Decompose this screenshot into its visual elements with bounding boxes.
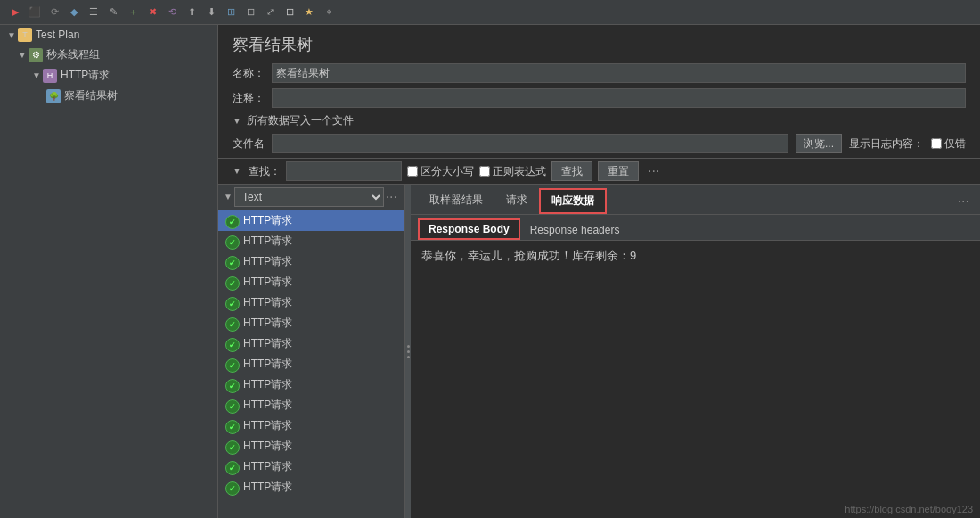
toolbar-icon-6[interactable]: ✎ <box>105 4 121 21</box>
http-item-label: HTTP请求 <box>243 459 292 474</box>
http-list-item[interactable]: HTTP请求 <box>218 231 404 251</box>
toolbar-icon-13[interactable]: ⊟ <box>242 4 258 21</box>
collapse-search-icon[interactable]: ▼ <box>233 166 243 177</box>
http-list-item[interactable]: HTTP请求 <box>218 436 404 456</box>
only-errors-checkbox-label[interactable]: 仅错 <box>931 136 966 152</box>
status-icon <box>225 256 238 268</box>
sidebar: ▼ T Test Plan ▼ ⚙ 秒杀线程组 ▼ H HTTP请求 🌳 察看结… <box>0 25 218 518</box>
toolbar-icon-4[interactable]: ◆ <box>66 4 82 21</box>
name-input[interactable] <box>272 63 966 83</box>
status-icon <box>225 481 238 494</box>
toolbar-icon-12[interactable]: ⊞ <box>223 4 239 21</box>
regex-checkbox[interactable] <box>479 166 490 177</box>
toolbar-icon-16[interactable]: ★ <box>301 4 317 21</box>
regex-label[interactable]: 正则表达式 <box>479 164 546 179</box>
http-request-label: HTTP请求 <box>61 68 110 83</box>
testplan-icon: T <box>18 28 32 42</box>
collapse-file-icon[interactable]: ▼ <box>233 116 243 127</box>
filename-input[interactable] <box>272 134 788 153</box>
file-section-label: 所有数据写入一个文件 <box>247 113 354 128</box>
http-list-item[interactable]: HTTP请求 <box>218 313 404 333</box>
http-item-label: HTTP请求 <box>243 439 292 454</box>
response-panel: 取样器结果 请求 响应数据 ··· Response Body Response… <box>411 185 980 518</box>
response-content: 恭喜你，幸运儿，抢购成功！库存剩余：9 <box>411 241 980 518</box>
sidebar-item-testplan[interactable]: ▼ T Test Plan <box>0 25 217 45</box>
sidebar-item-threadgroup[interactable]: ▼ ⚙ 秒杀线程组 <box>0 45 217 65</box>
split-panel: ▼ Text XML HTML JSON RegExp ··· HTTP请求HT… <box>218 184 980 518</box>
find-button[interactable]: 查找 <box>551 161 592 181</box>
sub-tab-response-headers[interactable]: Response headers <box>520 220 630 239</box>
list-dots-icon[interactable]: ··· <box>384 189 399 205</box>
browse-button[interactable]: 浏览... <box>796 134 842 153</box>
toolbar-icon-11[interactable]: ⬇ <box>203 4 219 21</box>
http-list-item[interactable]: HTTP请求 <box>218 374 404 395</box>
status-icon <box>225 420 238 432</box>
log-label: 显示日志内容： <box>849 136 924 152</box>
http-item-label: HTTP请求 <box>243 398 292 413</box>
format-dropdown[interactable]: Text XML HTML JSON RegExp <box>234 187 384 207</box>
expand-icon-thread: ▼ <box>18 50 29 60</box>
toolbar-icon-1[interactable]: ▶ <box>7 4 23 21</box>
sidebar-item-resulttree[interactable]: 🌳 察看结果树 <box>0 86 217 106</box>
format-dropdown-row: ▼ Text XML HTML JSON RegExp ··· <box>218 185 404 210</box>
status-icon <box>225 358 238 371</box>
search-row: ▼ 查找： 区分大小写 正则表达式 查找 重置 ··· <box>218 158 980 184</box>
status-icon <box>225 461 238 473</box>
http-list-item[interactable]: HTTP请求 <box>218 456 404 477</box>
watermark: https://blog.csdn.net/booy123 <box>845 504 973 514</box>
http-item-label: HTTP请求 <box>243 254 292 269</box>
toolbar-icon-8[interactable]: ✖ <box>144 4 160 21</box>
http-item-label: HTTP请求 <box>243 295 292 310</box>
http-list-item[interactable]: HTTP请求 <box>218 210 404 231</box>
comment-input[interactable] <box>272 88 966 108</box>
tab-response-data[interactable]: 响应数据 <box>539 188 607 214</box>
http-list-item[interactable]: HTTP请求 <box>218 251 404 272</box>
http-list-item[interactable]: HTTP请求 <box>218 354 404 374</box>
http-item-label: HTTP请求 <box>243 336 292 351</box>
toolbar-icon-17[interactable]: ⌖ <box>321 4 337 21</box>
toolbar-icon-2[interactable]: ⬛ <box>27 4 43 21</box>
toolbar-icon-3[interactable]: ⟳ <box>46 4 62 21</box>
toolbar-icon-9[interactable]: ⟲ <box>164 4 180 21</box>
status-icon <box>225 379 238 391</box>
toolbar-icon-7[interactable]: ＋ <box>125 4 141 21</box>
tree-icon: 🌳 <box>46 89 61 103</box>
status-icon <box>225 317 238 330</box>
toolbar-icon-10[interactable]: ⬆ <box>184 4 200 21</box>
http-item-label: HTTP请求 <box>243 357 292 372</box>
tabs-left: 取样器结果 请求 响应数据 <box>418 188 607 214</box>
http-list-item[interactable]: HTTP请求 <box>218 415 404 436</box>
toolbar-icon-15[interactable]: ⊡ <box>282 4 298 21</box>
http-list-item[interactable]: HTTP请求 <box>218 477 404 497</box>
case-sensitive-checkbox[interactable] <box>407 166 418 177</box>
comment-row: 注释： <box>218 86 980 111</box>
http-item-label: HTTP请求 <box>243 480 292 495</box>
status-icon <box>225 215 238 227</box>
sidebar-item-httprequest[interactable]: ▼ H HTTP请求 <box>0 65 217 86</box>
tabs-dots-icon[interactable]: ··· <box>954 193 973 210</box>
sub-tabs-row: Response Body Response headers <box>411 215 980 241</box>
sub-tab-response-body[interactable]: Response Body <box>418 218 520 240</box>
http-list-item[interactable]: HTTP请求 <box>218 333 404 354</box>
tab-request[interactable]: 请求 <box>494 188 539 214</box>
main-content: 察看结果树 名称： 注释： ▼ 所有数据写入一个文件 文件名 浏览... 显示日… <box>218 25 980 518</box>
http-list-item[interactable]: HTTP请求 <box>218 272 404 292</box>
file-row: 文件名 浏览... 显示日志内容： 仅错 <box>218 131 980 156</box>
http-list-item[interactable]: HTTP请求 <box>218 395 404 415</box>
collapse-list-icon[interactable]: ▼ <box>224 192 234 202</box>
case-sensitive-text: 区分大小写 <box>421 164 474 179</box>
search-dots-icon[interactable]: ··· <box>644 163 663 179</box>
http-list-item[interactable]: HTTP请求 <box>218 292 404 313</box>
reset-button[interactable]: 重置 <box>598 161 639 181</box>
toolbar-icon-5[interactable]: ☰ <box>86 4 102 21</box>
search-input[interactable] <box>286 161 402 181</box>
result-tree-label: 察看结果树 <box>64 88 118 103</box>
case-sensitive-label[interactable]: 区分大小写 <box>407 164 474 179</box>
toolbar-icon-14[interactable]: ⤢ <box>262 4 278 21</box>
tab-sampler-result[interactable]: 取样器结果 <box>418 188 494 214</box>
expand-icon: ▼ <box>7 30 18 40</box>
page-title: 察看结果树 <box>218 25 980 61</box>
status-icon <box>225 276 238 289</box>
only-errors-checkbox[interactable] <box>931 138 942 149</box>
handle-dot-3 <box>407 356 410 358</box>
